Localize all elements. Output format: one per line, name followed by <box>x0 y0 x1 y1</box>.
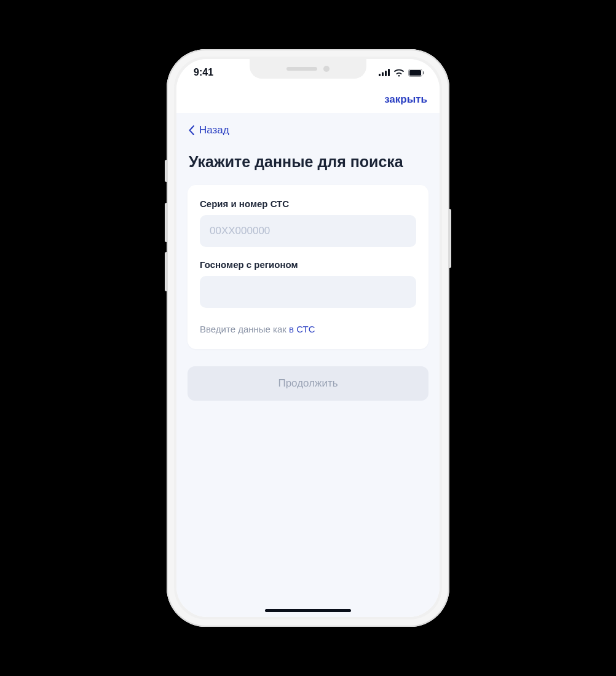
home-indicator[interactable] <box>265 609 351 612</box>
svg-rect-1 <box>382 73 384 77</box>
status-time: 9:41 <box>194 67 213 78</box>
hint-text: Введите данные как в СТС <box>200 324 416 334</box>
chevron-left-icon <box>189 125 194 135</box>
phone-frame: 9:41 закрыть <box>167 49 449 627</box>
sts-input[interactable] <box>200 215 416 247</box>
status-icons <box>379 69 425 77</box>
sts-label: Серия и номер СТС <box>200 198 416 209</box>
back-label: Назад <box>199 124 229 136</box>
svg-rect-6 <box>423 71 424 74</box>
svg-rect-3 <box>388 69 390 76</box>
front-camera <box>323 66 330 72</box>
wifi-icon <box>393 69 405 77</box>
svg-rect-0 <box>379 74 381 76</box>
back-button[interactable]: Назад <box>188 113 428 143</box>
speaker-grill <box>286 67 317 71</box>
svg-rect-2 <box>385 71 387 76</box>
top-nav: закрыть <box>176 86 440 113</box>
phone-notch <box>250 59 366 79</box>
sts-field: Серия и номер СТС <box>200 198 416 247</box>
page-title: Укажите данные для поиска <box>188 143 428 185</box>
continue-button[interactable]: Продолжить <box>188 366 428 401</box>
form-card: Серия и номер СТС Госномер с регионом Вв… <box>188 185 428 349</box>
content-area: Назад Укажите данные для поиска Серия и … <box>176 113 440 617</box>
plate-input[interactable] <box>200 276 416 308</box>
plate-field: Госномер с регионом <box>200 259 416 308</box>
screen: 9:41 закрыть <box>176 59 440 617</box>
sts-info-link[interactable]: в СТС <box>289 324 315 334</box>
plate-label: Госномер с регионом <box>200 259 416 270</box>
phone-body: 9:41 закрыть <box>167 49 449 627</box>
close-button[interactable]: закрыть <box>384 93 427 106</box>
cellular-icon <box>379 69 390 76</box>
svg-rect-5 <box>409 70 421 76</box>
hint-prefix: Введите данные как <box>200 324 289 334</box>
battery-icon <box>408 69 425 77</box>
